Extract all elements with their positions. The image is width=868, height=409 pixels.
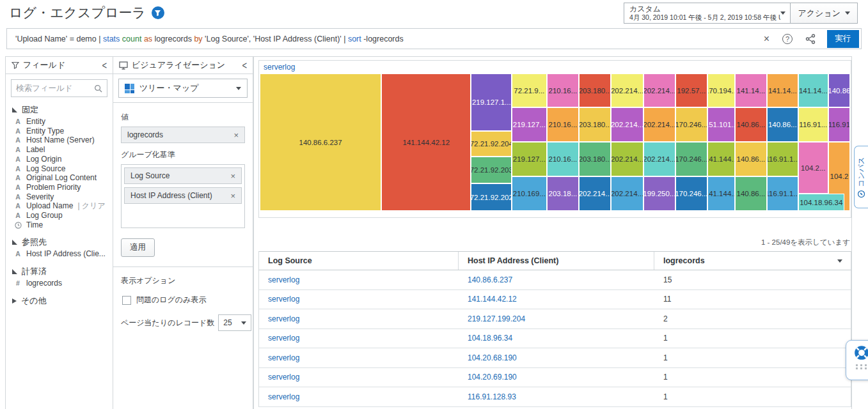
treemap-cell[interactable]: 202.214... xyxy=(643,107,675,142)
filter-badge[interactable] xyxy=(152,6,164,19)
treemap-cell[interactable]: 170.246... xyxy=(675,107,707,142)
treemap-group-label[interactable]: serverlog xyxy=(264,63,295,72)
treemap-cell[interactable]: 72.21.92.204 xyxy=(471,131,512,157)
treemap-cell[interactable]: 210.16... xyxy=(547,142,580,176)
clear-filter-link[interactable]: | クリア xyxy=(77,202,105,210)
treemap-cell[interactable]: 140.86.6.237 xyxy=(260,73,381,211)
treemap-cell[interactable]: 151.101... xyxy=(707,107,735,142)
treemap-cell[interactable]: 199.250... xyxy=(643,176,675,211)
field-section-header[interactable]: その他 xyxy=(6,294,113,308)
actions-button[interactable]: アクション xyxy=(790,3,858,24)
cell-link[interactable]: 104.20.69.190 xyxy=(468,373,517,382)
field-section-header[interactable]: 固定 xyxy=(6,103,113,117)
clear-query-icon[interactable]: × xyxy=(764,33,769,45)
search-input[interactable] xyxy=(16,84,94,93)
remove-chip-icon[interactable]: × xyxy=(230,191,235,201)
treemap-cell[interactable]: 140.86... xyxy=(767,107,798,142)
help-icon[interactable]: ? xyxy=(782,34,793,44)
field-item[interactable]: AProblem Priority xyxy=(6,183,113,192)
treemap-cell[interactable]: 219.127... xyxy=(512,107,546,142)
chart-type-select[interactable]: ツリー・マップ xyxy=(118,79,248,98)
field-item[interactable]: AHost Name (Server) xyxy=(6,135,113,145)
treemap-cell[interactable]: 141.14... xyxy=(767,73,798,107)
treemap-cell[interactable]: 202.214... xyxy=(643,73,675,107)
field-item[interactable]: AUpload Name| クリア xyxy=(6,201,113,211)
treemap-cell[interactable]: 202.214... xyxy=(579,176,611,211)
cell-link[interactable]: serverlog xyxy=(268,275,299,284)
treemap-cell[interactable]: 219.127... xyxy=(512,142,546,176)
treemap-cell[interactable]: 116.91... xyxy=(798,107,828,142)
cell-link[interactable]: serverlog xyxy=(268,373,299,382)
treemap-cell[interactable]: 140.86 xyxy=(828,73,850,107)
drag-handle-icon[interactable] xyxy=(856,364,868,369)
treemap-cell[interactable]: 141.14... xyxy=(798,73,828,107)
treemap-cell[interactable]: 202.214... xyxy=(611,176,643,211)
time-range-selector[interactable]: カスタム 4月 30, 2019 10:01 午後 - 5月 2, 2019 1… xyxy=(624,3,791,24)
column-header-log-source[interactable]: Log Source xyxy=(259,252,459,270)
treemap-cell[interactable]: 203.180... xyxy=(579,73,611,107)
query-input[interactable]: 'Upload Name' = demo | stats count as lo… xyxy=(15,35,757,43)
column-header-logrecords[interactable]: logrecords xyxy=(654,252,851,270)
field-item[interactable]: #logrecords xyxy=(6,279,113,288)
cell-link[interactable]: serverlog xyxy=(268,295,299,304)
treemap-cell[interactable]: 116.91.1... xyxy=(767,142,798,176)
column-header-host-ip-address-client-[interactable]: Host IP Address (Client) xyxy=(459,252,654,270)
treemap-cell[interactable]: 104.2... xyxy=(798,142,828,194)
treemap-cell[interactable]: 170.246... xyxy=(675,176,707,211)
cell-link[interactable]: 219.127.199.204 xyxy=(468,314,525,323)
treemap-cell[interactable]: 170.246... xyxy=(675,142,707,176)
collapse-visualization-icon[interactable]: < xyxy=(242,59,247,72)
treemap-cell[interactable]: 202.214... xyxy=(611,107,643,142)
sort-desc-icon[interactable] xyxy=(837,259,842,263)
treemap-cell[interactable]: 170.194... xyxy=(707,73,735,107)
cell-link[interactable]: serverlog xyxy=(268,392,299,401)
field-item[interactable]: AEntity xyxy=(6,117,113,127)
help-widget[interactable] xyxy=(846,340,868,380)
apply-button[interactable]: 適用 xyxy=(121,238,155,257)
field-item[interactable]: AOriginal Log Content xyxy=(6,173,113,183)
cell-link[interactable]: serverlog xyxy=(268,353,299,362)
treemap-cell[interactable]: 210.16... xyxy=(547,73,580,107)
treemap-cell[interactable]: 210.16... xyxy=(547,107,580,142)
treemap-cell[interactable]: 203.180... xyxy=(579,107,611,142)
remove-chip-icon[interactable]: × xyxy=(230,171,235,181)
problem-logs-checkbox[interactable]: 問題のログのみ表示 xyxy=(122,295,245,305)
cell-link[interactable]: serverlog xyxy=(268,334,299,343)
field-item[interactable]: ALabel xyxy=(6,145,113,155)
treemap-cell[interactable]: 141.144.42.12 xyxy=(381,73,471,211)
remove-chip-icon[interactable]: × xyxy=(233,130,239,140)
treemap-cell[interactable]: 202.214... xyxy=(643,142,675,176)
field-item[interactable]: AHost IP Address (Clie... xyxy=(6,249,113,259)
treemap-cell[interactable]: 141.144... xyxy=(707,142,735,176)
treemap-cell[interactable]: 219.127.1... xyxy=(471,73,512,131)
field-search[interactable] xyxy=(11,79,107,97)
page-size-select[interactable]: 25 xyxy=(218,314,251,331)
cell-link[interactable]: serverlog xyxy=(268,314,299,323)
compass-tab[interactable]: コンパス xyxy=(854,146,868,208)
treemap-cell[interactable]: 202.214... xyxy=(611,73,643,107)
field-section-header[interactable]: 参照先 xyxy=(6,235,113,249)
treemap-cell[interactable]: 140.86... xyxy=(735,142,767,176)
treemap-cell[interactable]: 72.21.92.203 xyxy=(471,157,512,183)
treemap-cell[interactable]: 116.91.1... xyxy=(767,176,798,211)
treemap-cell[interactable]: 141.144... xyxy=(707,176,735,211)
field-item[interactable]: AEntity Type xyxy=(6,127,113,136)
treemap-cell[interactable]: 140.86... xyxy=(735,107,767,142)
cell-link[interactable]: 140.86.6.237 xyxy=(468,275,512,284)
treemap-cell[interactable]: 203.180... xyxy=(579,142,611,176)
query-bar[interactable]: 'Upload Name' = demo | stats count as lo… xyxy=(6,28,862,49)
field-item[interactable]: ALog Group xyxy=(6,211,113,220)
treemap-cell[interactable]: 210.169... xyxy=(512,176,546,211)
field-item[interactable]: ALog Source xyxy=(6,164,113,174)
treemap-cell[interactable]: 72.21.92.202 xyxy=(471,183,512,211)
treemap-cell[interactable]: 202.214... xyxy=(611,142,643,176)
treemap-cell[interactable]: 116.91 xyxy=(828,107,850,142)
cell-link[interactable]: 104.20.68.190 xyxy=(468,353,517,362)
treemap-cell[interactable]: 192.57... xyxy=(675,73,707,107)
field-section-header[interactable]: 計算済 xyxy=(6,265,113,279)
cell-link[interactable]: 104.18.96.34 xyxy=(468,334,512,343)
field-item[interactable]: ASeverity xyxy=(6,192,113,202)
share-icon[interactable] xyxy=(805,34,816,44)
treemap-cell[interactable]: 72.21.9... xyxy=(512,73,546,107)
field-item[interactable]: ALog Origin xyxy=(6,155,113,164)
